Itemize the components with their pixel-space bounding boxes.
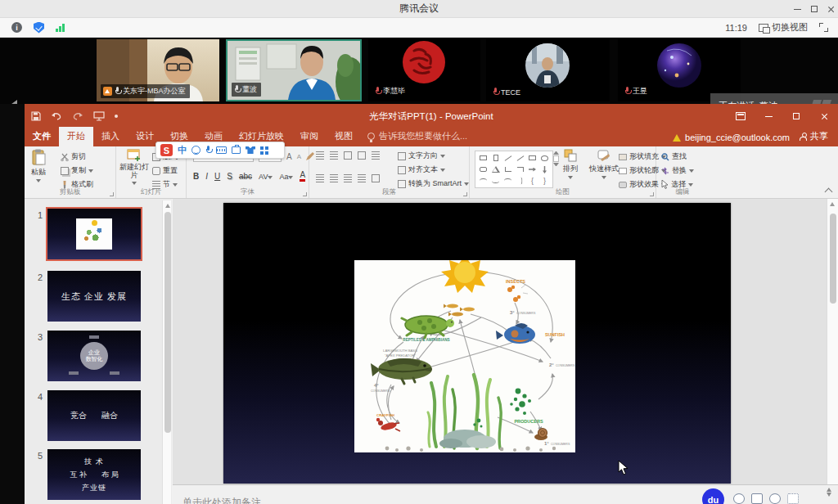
voice-input-icon[interactable] (205, 146, 211, 155)
tab-insert[interactable]: 插入 (93, 127, 128, 146)
emoji-icon[interactable] (191, 146, 200, 155)
scroll-up-icon[interactable] (830, 202, 835, 206)
shape-brace-left[interactable]: { (526, 175, 538, 187)
quick-styles-button[interactable]: 快速样式 (589, 149, 619, 179)
indent-decrease-icon[interactable] (344, 151, 352, 160)
shape-oval[interactable] (538, 152, 551, 164)
columns-icon[interactable] (372, 174, 380, 182)
shadow-button[interactable]: S (227, 172, 232, 181)
status-icon-3[interactable] (769, 493, 781, 504)
dialog-launcher-icon[interactable] (110, 192, 114, 196)
shape-brace-right[interactable]: } (538, 175, 551, 187)
ppt-minimize-icon[interactable] (765, 116, 773, 117)
canvas-scrollbar[interactable] (827, 199, 838, 484)
bullets-icon[interactable] (316, 151, 324, 160)
change-case-button[interactable]: Aa (279, 173, 293, 181)
notes-placeholder[interactable]: 单击此处添加备注 (182, 496, 261, 504)
shape-elbow-arrow[interactable] (514, 164, 526, 175)
slide-thumbnail-3[interactable]: 企业 数智化 (47, 331, 141, 381)
scroll-updown-icon[interactable] (827, 486, 831, 498)
keyboard-icon[interactable] (216, 146, 227, 154)
thumbnail-scrollbar[interactable] (162, 200, 171, 504)
ppt-restore-icon[interactable] (793, 113, 800, 119)
slide-thumbnail-5[interactable]: 技 术 互 补 布 局 产业链 (47, 449, 141, 500)
align-center-icon[interactable] (330, 174, 338, 182)
tab-view[interactable]: 视图 (327, 127, 361, 146)
justify-icon[interactable] (358, 174, 366, 182)
shapes-scroll[interactable] (552, 151, 561, 166)
video-tile-5[interactable]: 王昱 (618, 39, 741, 101)
find-button[interactable]: 查找 (661, 151, 687, 162)
shape-rounded-rect[interactable] (477, 164, 489, 175)
bold-button[interactable]: B (193, 172, 199, 181)
char-spacing-button[interactable]: AV (259, 173, 273, 181)
current-slide[interactable]: INSECTS SUNFISH REPTILES & AMPHIBIANS LA… (223, 203, 731, 484)
sogou-input-toolbar[interactable]: S 中 (155, 142, 285, 159)
cut-button[interactable]: 剪切 (61, 151, 86, 162)
shape-freeform[interactable] (477, 175, 489, 187)
tell-me-box[interactable]: 告诉我您想要做什么... (361, 127, 474, 146)
account-info[interactable]: beijing_ccie@outlook.com (673, 133, 790, 146)
align-right-icon[interactable] (344, 174, 352, 182)
shape-line[interactable] (502, 152, 514, 164)
scrollbar-thumb[interactable] (830, 214, 836, 304)
undo-icon[interactable] (51, 112, 62, 121)
new-slide-button[interactable]: 新建幻灯片 (119, 149, 149, 185)
skin-icon[interactable] (246, 146, 255, 154)
indent-increase-icon[interactable] (358, 151, 366, 160)
shrink-font-icon[interactable]: A (297, 153, 301, 160)
slideshow-icon[interactable] (93, 111, 105, 121)
ribbon-display-icon[interactable] (736, 112, 746, 120)
scroll-up-icon[interactable] (165, 204, 170, 208)
status-icon-2[interactable] (751, 493, 763, 504)
minimize-icon[interactable] (794, 9, 801, 10)
italic-button[interactable]: I (205, 172, 208, 181)
align-left-icon[interactable] (316, 174, 324, 182)
status-icon-4[interactable] (787, 493, 799, 504)
restore-icon[interactable] (811, 6, 818, 12)
slide-thumbnail-4[interactable]: 竞合 融合 (47, 390, 141, 441)
shape-arrow-down[interactable] (538, 164, 551, 175)
shapes-gallery[interactable]: { } (475, 151, 553, 188)
text-direction-button[interactable]: 文字方向 (398, 151, 445, 161)
dialog-launcher-icon[interactable] (650, 192, 654, 196)
video-tile-2-active-speaker[interactable]: 董波 (226, 39, 362, 101)
slide-thumbnail-1[interactable] (47, 209, 141, 259)
redo-icon[interactable] (72, 112, 83, 121)
security-shield-icon[interactable] (34, 22, 44, 34)
info-icon[interactable]: i (11, 22, 22, 33)
arrange-button[interactable]: 排列 (563, 149, 578, 179)
ppt-close-icon[interactable] (821, 113, 828, 120)
shape-triangle[interactable] (489, 164, 502, 175)
sogou-logo-icon[interactable]: S (160, 144, 173, 156)
align-text-button[interactable]: 对齐文本 (398, 164, 445, 175)
shape-textbox-v[interactable] (489, 152, 502, 164)
qat-more-icon[interactable] (115, 115, 118, 118)
replace-button[interactable]: 替换 (661, 165, 694, 176)
close-icon[interactable] (827, 6, 835, 13)
switch-view-button[interactable]: 切换视图 (755, 20, 811, 35)
tab-file[interactable]: 文件 (25, 127, 59, 146)
shape-line-arrow[interactable] (514, 152, 526, 164)
shape-rectangle[interactable] (526, 152, 538, 164)
scrollbar-thumb[interactable] (164, 212, 171, 433)
input-language-toggle[interactable]: 中 (178, 144, 187, 156)
tab-review[interactable]: 审阅 (292, 127, 327, 146)
reset-button[interactable]: 重置 (152, 165, 178, 176)
shape-textbox[interactable] (477, 152, 489, 164)
video-tile-3[interactable]: 李慧毕 (368, 39, 480, 101)
shape-arrow-right[interactable] (526, 164, 538, 175)
fullscreen-icon[interactable] (819, 23, 828, 32)
underline-button[interactable]: U (214, 172, 220, 181)
share-button[interactable]: 共享 (790, 127, 838, 146)
dialog-launcher-icon[interactable] (303, 192, 307, 196)
slide-thumbnail-2[interactable]: 生态 企业 发展 (47, 271, 141, 322)
video-tile-1[interactable]: 关东宇-MBA办公室 (97, 39, 219, 101)
shape-elbow[interactable] (502, 164, 514, 175)
status-icon-1[interactable] (733, 493, 745, 504)
strikethrough-button[interactable]: abc (239, 172, 252, 181)
shape-arc[interactable] (502, 175, 514, 187)
more-grid-icon[interactable] (260, 146, 268, 155)
font-color-button[interactable]: A (300, 171, 305, 182)
dialog-launcher-icon[interactable] (463, 192, 467, 196)
